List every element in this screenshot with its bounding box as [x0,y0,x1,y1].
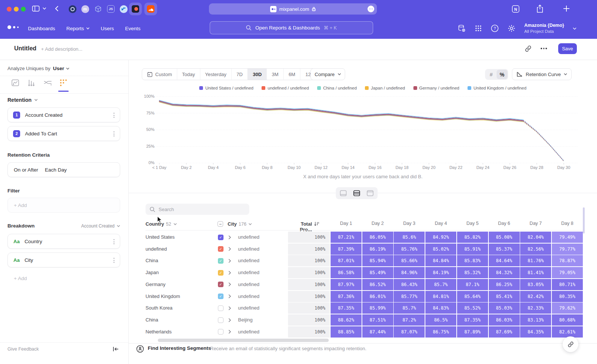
retention-cell[interactable]: 81.76% [520,255,551,266]
row-checkbox[interactable]: ✓ [218,282,224,287]
retention-cell[interactable]: 86.43% [394,279,425,290]
retention-cell[interactable]: 82.42% [520,291,551,302]
retention-cell[interactable]: 83.05% [520,279,551,290]
vertical-scrollbar[interactable] [583,207,585,233]
tab-funnels[interactable] [27,79,35,87]
range-30d[interactable]: 30D [247,69,266,80]
absolute-numbers-toggle[interactable]: # [486,70,497,79]
segments-title[interactable]: Find Interesting Segments [148,345,211,351]
share-link-fab[interactable] [563,336,578,352]
chart-only-view-button[interactable] [338,188,348,198]
row-checkbox[interactable]: ✓ [218,235,224,240]
retention-cell[interactable]: 85.94% [362,255,393,266]
collapse-sidebar-icon[interactable] [113,346,119,352]
retention-cell[interactable]: 85.7% [394,302,425,314]
retention-cell[interactable]: 84.32% [489,267,520,278]
retention-cell[interactable]: 82.56% [520,244,551,255]
day-column-header[interactable]: Day 7 [520,221,551,228]
retention-cell[interactable]: 82.33% [520,302,551,314]
retention-cell[interactable]: 82.04% [520,232,551,243]
range-custom[interactable]: Custom [142,69,177,80]
row-expand-icon[interactable] [228,318,231,322]
nav-users[interactable]: Users [101,26,114,31]
retention-cell[interactable]: 80.71% [552,279,583,290]
retention-cell[interactable]: 85.82% [457,232,488,243]
retention-cell[interactable]: 84.83% [425,302,456,314]
day-column-header[interactable]: Day 4 [425,221,456,228]
retention-cell[interactable]: 85.77% [394,291,425,302]
retention-cell[interactable]: 79.77% [552,244,583,255]
criteria-on-or-after[interactable]: On or After [14,167,38,173]
retention-criteria-card[interactable]: On or After Each Day [7,162,120,177]
retention-cell[interactable]: 79.49% [552,232,583,243]
retention-cell[interactable]: 84.64% [489,255,520,266]
breakdown-city[interactable]: Aa City [7,252,120,267]
range-today[interactable]: Today [177,69,200,80]
retention-cell[interactable]: 85.91% [457,244,488,255]
row-checkbox[interactable]: ✓ [218,270,224,276]
retention-cell[interactable]: 87.44% [362,326,393,338]
retention-cell[interactable]: 85.03% [489,302,520,314]
breakdown-country[interactable]: Aa Country [7,234,120,249]
retention-cell[interactable]: 85.08% [489,232,520,243]
extension-patreon-icon[interactable] [129,3,142,15]
project-switcher[interactable]: Amazonia {Demo} All Project Data [524,23,564,34]
row-expand-icon[interactable] [228,271,231,275]
notion-icon[interactable]: N [512,5,520,13]
retention-cell[interactable]: 85.37% [489,244,520,255]
share-icon[interactable] [536,4,544,13]
chevron-down-icon[interactable] [43,7,46,10]
retention-cell[interactable]: 88.62% [331,314,362,326]
compare-button[interactable]: Compare [310,68,345,80]
day-column-header[interactable]: Day 5 [457,221,488,228]
retention-cell[interactable]: 85.83% [457,255,488,266]
tab-retention[interactable] [59,79,68,87]
retention-cell[interactable]: 84.81% [425,291,456,302]
row-checkbox[interactable] [218,305,224,311]
retention-cell[interactable]: 86.75% [425,326,456,338]
retention-cell[interactable]: 87.35% [457,314,488,326]
mixpanel-logo[interactable] [7,25,19,29]
step-menu-icon[interactable] [113,112,115,118]
day-column-header[interactable]: Day 8 [552,221,583,228]
step-menu-icon[interactable] [113,131,115,137]
breakdown-menu-icon[interactable] [113,239,115,245]
chart-type-dropdown[interactable]: Retention Curve [512,68,572,80]
global-search[interactable]: Open Reports & Dashboards ⌘ + K [210,21,373,34]
row-checkbox[interactable] [218,317,224,323]
retention-cell[interactable]: 87.2% [394,314,425,326]
retention-cell[interactable]: 86.58% [331,267,362,278]
retention-cell[interactable]: 85.64% [457,291,488,302]
retention-line-chart[interactable] [142,94,578,167]
report-description-placeholder[interactable]: + Add description... [41,46,82,52]
retention-cell[interactable]: 83.13% [520,314,551,326]
range-yesterday[interactable]: Yesterday [200,69,231,80]
retention-cell[interactable]: 87.01% [331,255,362,266]
legend-item[interactable]: China / undefined [317,86,357,90]
back-icon[interactable] [55,6,59,12]
percent-toggle[interactable]: % [497,70,507,79]
tab-flows[interactable] [43,79,52,87]
nav-reports[interactable]: Reports [66,26,90,31]
retention-cell[interactable]: 87.07% [394,326,425,338]
url-more-icon[interactable] [368,6,374,12]
row-expand-icon[interactable] [228,330,231,334]
apps-grid-icon[interactable] [475,25,482,32]
extension-ring-icon[interactable] [66,3,79,15]
data-management-icon[interactable] [457,24,466,33]
retention-cell[interactable]: 86.19% [362,244,393,255]
row-checkbox[interactable]: ✓ [218,258,224,264]
retention-cell[interactable]: 86.05% [362,232,393,243]
retention-cell[interactable]: 86.01% [362,291,393,302]
legend-item[interactable]: Germany / undefined [413,86,459,90]
retention-cell[interactable]: 85.49% [362,267,393,278]
day-column-header[interactable]: Day 6 [489,221,520,228]
retention-cell[interactable]: 80.68% [552,314,583,326]
day-column-header[interactable]: Day 3 [394,221,425,228]
range-7d[interactable]: 7D [231,69,248,80]
retention-cell[interactable]: 87.21% [331,232,362,243]
analyze-value-dropdown[interactable]: User [53,66,69,71]
range-3m[interactable]: 3M [266,69,283,80]
breakdown-menu-icon[interactable] [113,257,115,263]
retention-cell[interactable]: 78.87% [552,255,583,266]
